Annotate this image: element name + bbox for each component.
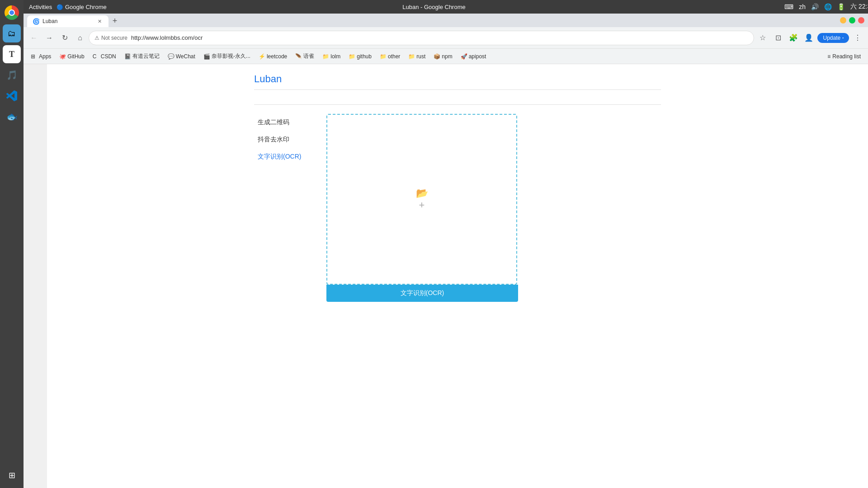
bookmark-csdn-label: CSDN — [101, 53, 116, 60]
github-icon: 🐙 — [59, 53, 66, 60]
bookmark-github2-label: github — [357, 53, 372, 60]
menu-item-watermark[interactable]: 抖音去水印 — [254, 131, 317, 148]
not-secure-indicator: ⚠ Not secure — [94, 35, 127, 41]
paifei-icon: 🎬 — [203, 53, 210, 60]
bookmark-youdao[interactable]: 📓 有道云笔记 — [121, 51, 163, 62]
tray-sound[interactable]: 🔊 — [811, 3, 819, 10]
url-text: http://www.lolmbbs.com/ocr — [131, 34, 203, 41]
reading-list-icon: ≡ — [827, 53, 830, 60]
drop-zone[interactable]: 📂 + — [326, 114, 517, 285]
tray-language[interactable]: zh — [799, 3, 806, 10]
other-icon: 📁 — [380, 53, 386, 60]
bookmark-yuque[interactable]: 🪶 语雀 — [292, 51, 318, 62]
sidebar-app-unknown[interactable]: 🐟 — [3, 108, 21, 126]
page-content: Luban 生成二维码 抖音去水印 文字识别(OCR) 📂 + — [254, 73, 661, 302]
bookmark-lolm-label: lolm — [330, 53, 340, 60]
bookmark-apps[interactable]: ⊞ Apps — [27, 52, 55, 61]
csdn-icon: C — [93, 53, 99, 60]
bookmark-other-label: other — [388, 53, 400, 60]
bookmark-button[interactable]: ☆ — [756, 31, 769, 45]
back-button[interactable]: ← — [27, 31, 41, 45]
bookmarks-bar: ⊞ Apps 🐙 GitHub C CSDN 📓 有道云笔记 💬 WeChat … — [24, 49, 868, 64]
sidebar-app-grid[interactable]: ⊞ — [3, 466, 21, 484]
bookmark-youdao-label: 有道云笔记 — [132, 52, 160, 60]
main-layout: 生成二维码 抖音去水印 文字识别(OCR) 📂 + 文字识别(OCR) — [254, 114, 661, 302]
bookmark-yuque-label: 语雀 — [303, 52, 314, 60]
window-maximize[interactable] — [849, 17, 855, 23]
bookmark-wechat[interactable]: 💬 WeChat — [164, 52, 199, 61]
yuque-icon: 🪶 — [295, 53, 302, 60]
os-sidebar-bottom: ⊞ — [3, 466, 21, 484]
sidebar-app-files[interactable]: 🗂 — [3, 24, 21, 42]
bookmark-paifei-label: 奈菲影视-永久... — [212, 52, 250, 60]
folder-cursor-icon: 📂 — [416, 188, 428, 199]
tab-strip: 🌀 Luban ✕ + — [27, 14, 121, 27]
bookmark-npm-label: npm — [442, 53, 452, 60]
bookmark-other[interactable]: 📁 other — [376, 52, 404, 61]
reading-list-label: Reading list — [832, 53, 861, 60]
profile-button[interactable]: 👤 — [802, 31, 816, 45]
menu-item-ocr[interactable]: 文字识别(OCR) — [254, 148, 317, 165]
tab-title: Luban — [42, 18, 57, 24]
active-tab[interactable]: 🌀 Luban ✕ — [27, 15, 108, 27]
apipost-icon: 🚀 — [461, 53, 467, 60]
bookmark-apps-label: Apps — [39, 53, 51, 60]
menu-item-qrcode[interactable]: 生成二维码 — [254, 114, 317, 131]
bookmark-github2[interactable]: 📁 github — [345, 52, 375, 61]
upload-area: 📂 + 文字识别(OCR) — [326, 114, 661, 302]
window-controls — [840, 17, 864, 23]
wechat-icon: 💬 — [168, 53, 174, 60]
extensions-button[interactable]: 🧩 — [787, 31, 800, 45]
os-bar-left: Activities 🔵 Google Chrome — [29, 4, 107, 10]
bookmark-apipost[interactable]: 🚀 apipost — [457, 52, 490, 61]
forward-button[interactable]: → — [42, 31, 56, 45]
browser-content: Luban 生成二维码 抖音去水印 文字识别(OCR) 📂 + — [47, 64, 868, 488]
os-sidebar: 🗂 T 🎵 🐟 ⊞ — [0, 0, 24, 488]
bookmark-npm[interactable]: 📦 npm — [430, 52, 456, 61]
sidebar-app-chrome[interactable] — [3, 4, 21, 22]
sidebar-app-radiotray[interactable]: 🎵 — [3, 66, 21, 84]
chrome-title-bar: 🌀 Luban ✕ + — [24, 14, 868, 27]
nav-actions: ☆ ⊡ 🧩 👤 Update ⋮ — [756, 31, 864, 45]
sidebar-app-vscode[interactable] — [3, 87, 21, 105]
leetcode-icon: ⚡ — [259, 53, 265, 60]
menu-button[interactable]: ⋮ — [851, 31, 864, 45]
tray-power[interactable]: 🔋 — [837, 3, 845, 10]
rust-icon: 📁 — [408, 53, 415, 60]
tray-time[interactable]: 六 22:30 — [850, 3, 868, 11]
window-minimize[interactable] — [840, 17, 846, 23]
sidebar-app-text-editor[interactable]: T — [3, 45, 21, 63]
bookmark-paifei[interactable]: 🎬 奈菲影视-永久... — [200, 51, 254, 62]
home-button[interactable]: ⌂ — [73, 31, 87, 45]
window-close[interactable] — [858, 17, 864, 23]
github2-icon: 📁 — [349, 53, 355, 60]
warning-icon: ⚠ — [94, 35, 99, 41]
os-top-bar: Activities 🔵 Google Chrome Luban - Googl… — [24, 0, 868, 14]
bookmark-leetcode-label: leetcode — [267, 53, 287, 60]
bookmark-apipost-label: apipost — [469, 53, 486, 60]
reading-list[interactable]: ≡ Reading list — [824, 52, 864, 61]
bookmark-rust[interactable]: 📁 rust — [405, 52, 429, 61]
tab-close-button[interactable]: ✕ — [96, 18, 103, 25]
bookmark-rust-label: rust — [416, 53, 425, 60]
lolm-icon: 📁 — [322, 53, 329, 60]
tray-network[interactable]: 🌐 — [824, 3, 832, 10]
tab-favicon: 🌀 — [33, 18, 39, 24]
upload-cursor: 📂 + — [416, 188, 428, 211]
tray-keyboard[interactable]: ⌨ — [784, 3, 793, 10]
bookmark-github[interactable]: 🐙 GitHub — [56, 52, 88, 61]
reload-button[interactable]: ↻ — [58, 31, 71, 45]
ocr-submit-button[interactable]: 文字识别(OCR) — [326, 285, 518, 302]
new-tab-button[interactable]: + — [108, 14, 121, 27]
address-bar[interactable]: ⚠ Not secure http://www.lolmbbs.com/ocr — [89, 31, 754, 45]
bookmark-leetcode[interactable]: ⚡ leetcode — [255, 52, 291, 61]
bookmark-wechat-label: WeChat — [176, 53, 195, 60]
bookmark-github-label: GitHub — [67, 53, 84, 60]
bookmark-csdn[interactable]: C CSDN — [89, 52, 120, 61]
screenshot-button[interactable]: ⊡ — [771, 31, 785, 45]
bookmark-lolm[interactable]: 📁 lolm — [319, 52, 344, 61]
youdao-icon: 📓 — [124, 53, 131, 60]
update-button[interactable]: Update — [817, 33, 849, 43]
activities-label[interactable]: Activities — [29, 4, 52, 10]
chrome-nav-bar: ← → ↻ ⌂ ⚠ Not secure http://www.lolmbbs.… — [24, 27, 868, 49]
